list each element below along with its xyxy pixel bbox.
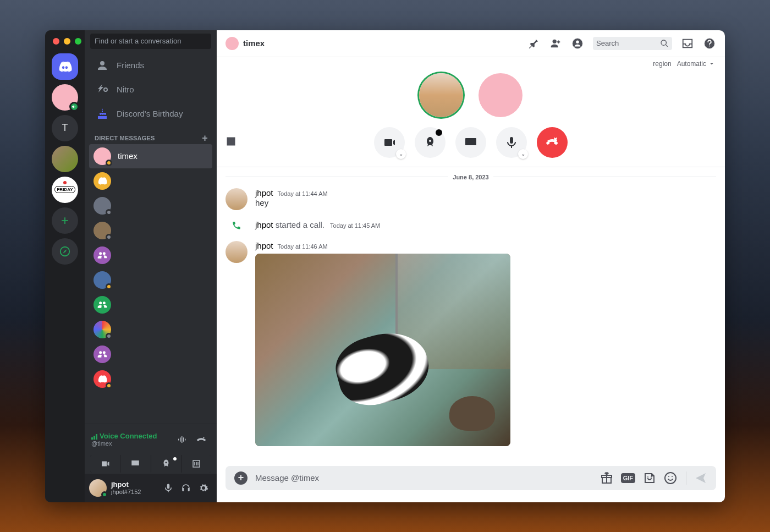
call-participant-timex[interactable] <box>479 73 522 117</box>
activity-button[interactable] <box>151 455 182 473</box>
avatar <box>94 147 111 165</box>
chevron-down-icon <box>708 61 715 67</box>
chevron-down-icon[interactable]: ⌄ <box>518 149 528 159</box>
dm-item[interactable] <box>89 218 212 243</box>
soundboard-button[interactable] <box>182 455 211 473</box>
signal-icon <box>91 433 97 440</box>
server-item-friday[interactable]: FRIDAY <box>52 177 78 203</box>
call-activity-button[interactable] <box>415 127 446 158</box>
message-search-input[interactable]: Search <box>593 37 672 50</box>
emoji-button[interactable] <box>664 471 677 485</box>
send-icon <box>694 471 707 485</box>
dm-item[interactable] <box>89 268 212 292</box>
message-input[interactable] <box>255 473 592 482</box>
channel-title: timex <box>243 39 522 48</box>
dm-item[interactable] <box>89 317 212 342</box>
region-value: Automatic <box>677 60 706 68</box>
compass-icon <box>59 245 71 257</box>
headphones-icon <box>181 483 191 493</box>
soundboard-toggle[interactable] <box>226 136 237 149</box>
voice-status-label[interactable]: Voice Connected <box>91 432 157 440</box>
dm-item[interactable] <box>89 169 212 193</box>
dm-item[interactable] <box>89 194 212 218</box>
call-video-button[interactable]: ⌄ <box>374 127 405 158</box>
friends-label: Friends <box>117 61 144 70</box>
birthday-nav[interactable]: Discord's Birthday <box>89 102 212 125</box>
group-icon <box>97 250 108 261</box>
message-author[interactable]: jhpot <box>255 188 273 198</box>
user-profile-button[interactable] <box>571 37 584 50</box>
dm-sidebar: Find or start a conversation Friends Nit… <box>85 30 217 502</box>
voice-panel: Voice Connected @timex <box>85 424 217 474</box>
rocket-icon <box>161 459 171 469</box>
message-composer: + GIF <box>226 466 716 490</box>
video-button[interactable] <box>90 455 120 473</box>
server-item-3[interactable] <box>52 146 78 172</box>
help-button[interactable] <box>703 37 716 50</box>
noise-suppression-button[interactable] <box>173 431 190 448</box>
add-friends-button[interactable] <box>549 37 562 50</box>
gift-button[interactable] <box>600 471 613 485</box>
inbox-button[interactable] <box>681 37 694 50</box>
maximize-window-button[interactable] <box>75 38 81 45</box>
server-item-2[interactable]: T <box>52 115 78 141</box>
disconnect-button[interactable] <box>193 431 210 448</box>
notification-dot-icon <box>173 457 177 460</box>
chevron-down-icon[interactable]: ⌄ <box>396 149 406 159</box>
call-mute-button[interactable]: ⌄ <box>496 127 527 158</box>
nitro-nav[interactable]: Nitro <box>89 78 212 101</box>
screen-share-button[interactable] <box>120 455 151 473</box>
voice-channel-name[interactable]: @timex <box>91 440 157 447</box>
call-screen-share-button[interactable] <box>455 127 486 158</box>
find-conversation-input[interactable]: Find or start a conversation <box>90 34 211 49</box>
rocket-icon <box>424 136 437 149</box>
status-online-icon <box>101 491 108 498</box>
message-avatar[interactable] <box>226 188 248 210</box>
send-button[interactable] <box>686 471 707 485</box>
chat-messages[interactable]: June 8, 2023 jhpot Today at 11:44 AM hey… <box>217 167 725 466</box>
gif-button[interactable]: GIF <box>621 473 635 483</box>
explore-servers-button[interactable] <box>52 238 78 265</box>
pinned-messages-button[interactable] <box>527 37 540 50</box>
region-selector[interactable]: Automatic <box>677 60 715 68</box>
mute-button[interactable] <box>160 479 177 497</box>
soundboard-icon <box>226 136 237 147</box>
dm-item[interactable] <box>89 293 212 317</box>
minimize-window-button[interactable] <box>64 38 70 45</box>
deafen-button[interactable] <box>177 479 195 497</box>
server-item-1[interactable] <box>52 84 78 111</box>
message: jhpot Today at 11:44 AM hey <box>226 187 716 211</box>
dm-item[interactable] <box>89 243 212 267</box>
search-placeholder: Find or start a conversation <box>95 37 182 45</box>
call-participant-self[interactable] <box>419 73 463 117</box>
create-dm-button[interactable]: + <box>202 135 208 141</box>
region-label: region <box>653 60 671 68</box>
attach-button[interactable]: + <box>234 471 248 485</box>
add-server-button[interactable]: + <box>52 207 78 234</box>
message-author[interactable]: jhpot <box>255 241 273 250</box>
cake-icon <box>96 107 109 120</box>
server-list: T FRIDAY + <box>45 30 85 502</box>
friends-nav[interactable]: Friends <box>89 54 212 77</box>
user-profile-icon <box>571 37 584 50</box>
message-attachment-image[interactable] <box>255 254 510 446</box>
self-avatar[interactable] <box>89 479 107 497</box>
status-idle-icon <box>106 160 112 166</box>
close-window-button[interactable] <box>53 38 59 45</box>
home-button[interactable] <box>52 53 78 80</box>
settings-button[interactable] <box>195 479 212 497</box>
system-message-author[interactable]: jhpot <box>255 220 273 229</box>
message-avatar[interactable] <box>226 241 248 263</box>
call-hangup-button[interactable] <box>537 127 568 158</box>
discord-window: T FRIDAY + Find or start a conversation … <box>45 30 725 502</box>
user-info[interactable]: jhpot jhpot#7152 <box>111 480 155 495</box>
nitro-icon <box>96 83 109 96</box>
status-offline-icon <box>106 333 112 339</box>
screen-share-icon <box>130 459 140 469</box>
dm-item[interactable] <box>89 367 212 391</box>
gear-icon <box>199 483 208 493</box>
dm-item[interactable] <box>89 342 212 366</box>
channel-header: timex Search <box>217 30 725 57</box>
sticker-button[interactable] <box>643 471 656 485</box>
dm-item-timex[interactable]: timex <box>89 144 212 168</box>
